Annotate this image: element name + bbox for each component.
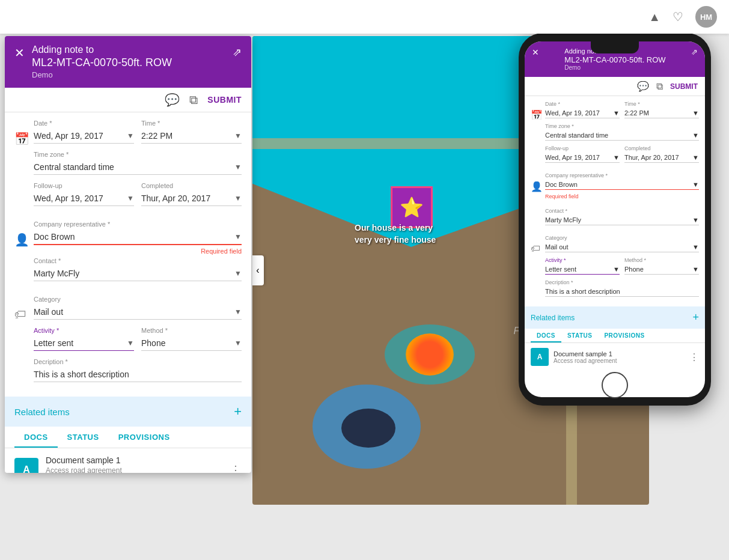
phone-description-field: Decription * This is a short description (545, 279, 699, 297)
timezone-arrow-icon: ▼ (234, 163, 242, 171)
phone-followup-row: Follow-up Wed, Apr 19, 2017 ▼ Completed … (545, 145, 699, 163)
completed-arrow-icon: ▼ (234, 194, 242, 202)
external-link-icon[interactable]: ⇗ (233, 46, 242, 59)
date-label: Date * (34, 120, 134, 127)
phone-time-arrow: ▼ (692, 109, 699, 117)
phone-doc-icon: A (531, 348, 549, 366)
tab-status[interactable]: STATUS (58, 427, 109, 448)
phone-company-rep-dropdown[interactable]: Doc Brown ▼ (545, 180, 699, 190)
phone-contact-label: Contact * (545, 208, 699, 214)
phone-contact-arrow: ▼ (692, 216, 699, 224)
heart-icon[interactable]: ♡ (673, 10, 683, 24)
time-arrow-icon: ▼ (234, 132, 242, 140)
map-collapse-button[interactable]: ‹ (252, 255, 264, 285)
phone-doc-info: Document sample 1 Access road agreement (554, 350, 685, 364)
doc-info: Document sample 1 Access road agreement … (46, 455, 222, 473)
phone-date-dropdown[interactable]: Wed, Apr 19, 2017 ▼ (545, 108, 620, 118)
tabs-row: DOCS STATUS PROVISIONS (5, 427, 251, 448)
phone-description-value[interactable]: This is a short description (545, 287, 699, 297)
phone-screen: ✕ Adding note to ML2-MT-CA-0070-50ft. RO… (525, 41, 705, 397)
phone-doc-menu-icon[interactable]: ⋮ (689, 352, 699, 363)
phone-external-link-icon[interactable]: ⇗ (691, 47, 698, 56)
phone-completed-arrow: ▼ (692, 154, 699, 161)
activity-dropdown[interactable]: Letter sent ▼ (34, 336, 134, 351)
avatar[interactable]: HM (695, 6, 717, 28)
phone-activity-dropdown[interactable]: Letter sent ▼ (545, 264, 620, 275)
phone-completed-dropdown[interactable]: Thur, Apr 20, 2017 ▼ (624, 153, 699, 163)
phone-copy-icon[interactable]: ⧉ (656, 81, 663, 92)
contact-arrow-icon: ▼ (234, 269, 242, 278)
phone-activity-row: Activity * Letter sent ▼ Method * Phone … (545, 257, 699, 275)
phone-body: 📅 Date * Wed, Apr 19, 2017 ▼ Time * (525, 96, 705, 397)
completed-dropdown[interactable]: Thur, Apr 20, 2017 ▼ (141, 191, 242, 206)
phone-contact-dropdown[interactable]: Marty McFly ▼ (545, 215, 699, 225)
phone-timezone-row: Time zone * Central standard time ▼ (545, 123, 699, 141)
submit-button[interactable]: SUBMIT (207, 95, 242, 105)
phone-followup-label: Follow-up (545, 145, 620, 151)
date-time-row: Date * Wed, Apr 19, 2017 ▼ Time * 2:22 P… (34, 120, 242, 144)
followup-dropdown[interactable]: Wed, Apr 19, 2017 ▼ (34, 191, 134, 206)
followup-row: Follow-up Wed, Apr 19, 2017 ▼ Completed … (34, 182, 242, 206)
panel-header: ✕ Adding note to ML2-MT-CA-0070-50ft. RO… (5, 36, 251, 88)
phone-doc-sub: Access road agreement (554, 358, 685, 364)
phone-timezone-label: Time zone * (545, 123, 699, 129)
method-dropdown[interactable]: Phone ▼ (141, 336, 242, 351)
company-rep-dropdown[interactable]: Doc Brown ▼ (34, 230, 242, 245)
phone-time-dropdown[interactable]: 2:22 PM ▼ (624, 108, 699, 118)
company-rep-arrow-icon: ▼ (234, 233, 242, 241)
phone-followup-dropdown[interactable]: Wed, Apr 19, 2017 ▼ (545, 153, 620, 163)
time-dropdown[interactable]: 2:22 PM ▼ (141, 129, 242, 144)
phone-doc-name: Document sample 1 (554, 350, 685, 358)
category-section-content: Category Mail out ▼ Activity * Letter se… (34, 296, 242, 389)
method-arrow-icon: ▼ (234, 339, 242, 347)
tab-provisions[interactable]: PROVISIONS (109, 427, 180, 448)
phone-contact-field: Contact * Marty McFly ▼ (545, 208, 699, 225)
phone-tab-status[interactable]: STATUS (561, 329, 599, 342)
phone-close-icon[interactable]: ✕ (532, 47, 539, 57)
phone-description-label: Decription * (545, 279, 699, 285)
phone-calendar-icon: 📅 (531, 109, 541, 121)
date-section-row: 📅 Date * Wed, Apr 19, 2017 ▼ Time * 2:22… (14, 120, 242, 213)
time-field: Time * 2:22 PM ▼ (141, 120, 242, 144)
phone-mockup: ✕ Adding note to ML2-MT-CA-0070-50ft. RO… (519, 33, 711, 406)
activity-label: Activity * (34, 327, 134, 334)
phone-date-time-row: Date * Wed, Apr 19, 2017 ▼ Time * 2:22 P… (545, 101, 699, 118)
copy-icon[interactable]: ⧉ (189, 93, 198, 107)
description-value[interactable]: This is a short description (34, 367, 242, 382)
category-row: Category Mail out ▼ (34, 296, 242, 320)
chat-icon[interactable]: 💬 (165, 93, 180, 107)
doc-name: Document sample 1 (46, 455, 222, 465)
company-rep-label: Company representative * (34, 221, 242, 228)
followup-field: Follow-up Wed, Apr 19, 2017 ▼ (34, 182, 134, 206)
date-field: Date * Wed, Apr 19, 2017 ▼ (34, 120, 134, 144)
doc-menu-icon[interactable]: ⋮ (230, 463, 242, 473)
phone-related-items-add-button[interactable]: + (692, 311, 699, 324)
tag-icon: 🏷 (14, 308, 29, 321)
close-icon[interactable]: ✕ (14, 46, 25, 60)
phone-method-dropdown[interactable]: Phone ▼ (624, 264, 699, 275)
phone-company-rep-label: Company representative * (545, 172, 699, 178)
phone-home-button[interactable] (602, 372, 628, 398)
phone-category-arrow: ▼ (692, 243, 699, 251)
date-dropdown[interactable]: Wed, Apr 19, 2017 ▼ (34, 129, 134, 144)
phone-activity-field: Activity * Letter sent ▼ (545, 257, 620, 275)
map-icon[interactable]: ▲ (648, 10, 660, 24)
phone-timezone-dropdown[interactable]: Central standard time ▼ (545, 130, 699, 141)
phone-chat-icon[interactable]: 💬 (637, 81, 649, 92)
timezone-dropdown[interactable]: Central standard time ▼ (34, 160, 242, 175)
phone-required-text: Required field (545, 193, 579, 199)
category-dropdown[interactable]: Mail out ▼ (34, 305, 242, 320)
phone-submit-button[interactable]: SUBMIT (670, 82, 698, 91)
phone-category-dropdown[interactable]: Mail out ▼ (545, 242, 699, 252)
timezone-row: Time zone * Central standard time ▼ (34, 151, 242, 175)
phone-tab-docs[interactable]: DOCS (531, 329, 561, 342)
contact-dropdown[interactable]: Marty McFly ▼ (34, 266, 242, 281)
tab-docs[interactable]: DOCS (14, 427, 58, 448)
phone-related-items-label: Related items (531, 314, 575, 322)
phone-tab-provisions[interactable]: PROVISIONS (598, 329, 650, 342)
phone-date-section: 📅 Date * Wed, Apr 19, 2017 ▼ Time * (531, 101, 699, 168)
panel-parcel: ML2-MT-CA-0070-50ft. ROW (32, 56, 172, 69)
company-section-content: Company representative * Doc Brown ▼ Req… (34, 221, 242, 288)
related-items-add-button[interactable]: + (234, 404, 242, 419)
phone-method-arrow: ▼ (692, 266, 699, 273)
